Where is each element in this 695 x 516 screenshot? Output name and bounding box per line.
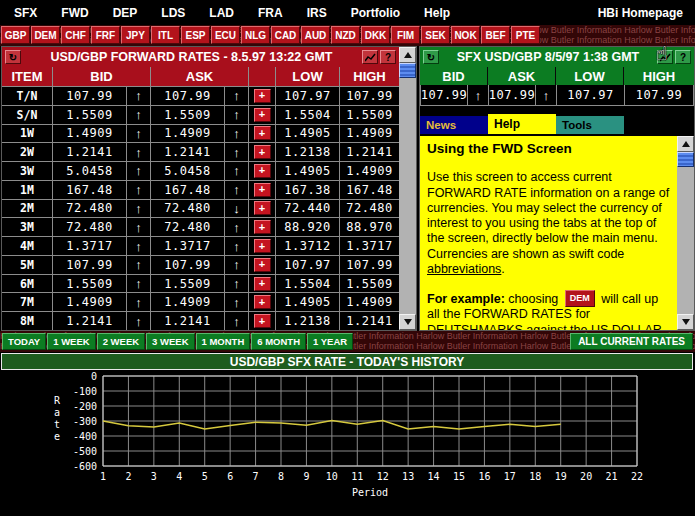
currency-tab-fim[interactable]: FIM [391, 26, 420, 44]
ask-value: 107.99 [151, 256, 224, 274]
menu-item-portfolio[interactable]: Portfolio [351, 6, 400, 20]
tab-tools[interactable]: Tools [556, 116, 624, 134]
sfx-bid-value: 107.99 [421, 85, 467, 105]
expand-plus-button[interactable]: + [254, 258, 271, 272]
trend-up-icon: ↑ [127, 256, 150, 274]
col-low: LOW [276, 67, 339, 86]
menu-item-sfx[interactable]: SFX [14, 6, 37, 20]
menu-item-lds[interactable]: LDS [161, 6, 185, 20]
scroll-up-icon[interactable] [677, 136, 694, 152]
expand-plus-button[interactable]: + [254, 126, 271, 140]
currency-tab-bef[interactable]: BEF [481, 26, 510, 44]
expand-plus-button[interactable]: + [254, 89, 271, 103]
help-paragraph-2: For example: choosing DEM will call up a… [427, 290, 670, 330]
menu-item-lad[interactable]: LAD [209, 6, 234, 20]
expand-plus-button[interactable]: + [254, 108, 271, 122]
help-heading: Using the FWD Screen [427, 141, 670, 157]
currency-tab-pte[interactable]: PTE [511, 26, 540, 44]
scroll-down-icon[interactable] [677, 314, 694, 330]
svg-text:10: 10 [326, 471, 338, 482]
menu-item-fwd[interactable]: FWD [61, 6, 88, 20]
expand-plus-button[interactable]: + [254, 277, 271, 291]
col-item: ITEM [2, 67, 52, 86]
expand-plus-button[interactable]: + [254, 314, 271, 328]
tab-help[interactable]: Help [488, 114, 556, 134]
help-content: Using the FWD Screen Use this screen to … [420, 136, 677, 330]
svg-text:22: 22 [631, 471, 643, 482]
currency-tab-aud[interactable]: AUD [301, 26, 330, 44]
abbreviations-link[interactable]: abbreviations [427, 262, 501, 276]
period-button-1-month[interactable]: 1 MONTH [196, 333, 251, 350]
period-button-1-week[interactable]: 1 WEEK [47, 333, 95, 350]
menu-item-fra[interactable]: FRA [258, 6, 283, 20]
trend-up-icon: ↑ [225, 143, 248, 161]
forward-table-body: T/N107.99↑107.99↑+107.97107.99S/N1.5509↑… [2, 87, 399, 330]
currency-tab-esp[interactable]: ESP [181, 26, 210, 44]
hbi-homepage-link[interactable]: HBi Homepage [598, 6, 695, 20]
svg-text:2: 2 [125, 471, 131, 482]
expand-plus-button[interactable]: + [254, 164, 271, 178]
row-item-label: 6M [2, 275, 52, 293]
currency-tab-sek[interactable]: SEK [421, 26, 450, 44]
scrollbar-track[interactable] [677, 167, 694, 314]
ask-value: 1.2141 [151, 143, 224, 161]
chart-icon[interactable] [657, 50, 673, 64]
help-scrollbar[interactable] [677, 136, 694, 330]
svg-text:Period: Period [352, 487, 388, 498]
scrollbar-track[interactable] [399, 78, 416, 314]
svg-text:5: 5 [202, 471, 208, 482]
col-bid: BID [420, 67, 487, 85]
menu-item-help[interactable]: Help [424, 6, 450, 20]
currency-tab-nzd[interactable]: NZD [331, 26, 360, 44]
forward-panel-scrollbar[interactable] [399, 47, 416, 330]
currency-tab-dem[interactable]: DEM [31, 26, 60, 44]
trend-up-icon: ↑ [225, 162, 248, 180]
period-button-6-month[interactable]: 6 MONTH [251, 333, 306, 350]
all-current-rates-button[interactable]: ALL CURRENT RATES [570, 333, 693, 350]
refresh-icon[interactable]: ↻ [423, 50, 439, 64]
menu-item-dep[interactable]: DEP [113, 6, 138, 20]
chart-icon[interactable] [362, 50, 378, 64]
currency-tab-itl[interactable]: ITL [151, 26, 180, 44]
expand-plus-button[interactable]: + [254, 201, 271, 215]
scroll-down-icon[interactable] [399, 314, 416, 330]
expand-plus-button[interactable]: + [254, 239, 271, 253]
trend-up-icon: ↑ [127, 275, 150, 293]
currency-tab-frf[interactable]: FRF [91, 26, 120, 44]
plus-cell: + [249, 106, 275, 124]
currency-tab-dkk[interactable]: DKK [361, 26, 390, 44]
currency-tab-ecu[interactable]: ECU [211, 26, 240, 44]
expand-plus-button[interactable]: + [254, 295, 271, 309]
period-button-today[interactable]: TODAY [2, 333, 46, 350]
help-icon[interactable]: ? [675, 50, 691, 64]
scroll-up-icon[interactable] [399, 47, 416, 63]
period-button-1-year[interactable]: 1 YEAR [307, 333, 353, 350]
expand-plus-button[interactable]: + [254, 145, 271, 159]
menu-item-irs[interactable]: IRS [307, 6, 327, 20]
currency-tab-jpy[interactable]: JPY [121, 26, 150, 44]
col-ask: ASK [151, 67, 248, 86]
plus-cell: + [249, 181, 275, 199]
help-icon[interactable]: ? [380, 50, 396, 64]
ask-value: 1.4909 [151, 125, 224, 143]
trend-up-icon: ↑ [127, 87, 150, 105]
scrollbar-thumb[interactable] [677, 152, 694, 167]
sfx-panel-title: SFX USD/GBP 8/5/97 1:38 GMT [440, 50, 656, 64]
plus-cell: + [249, 256, 275, 274]
trend-down-icon: ↓ [225, 200, 248, 218]
period-button-3-week[interactable]: 3 WEEK [146, 333, 194, 350]
currency-tab-nok[interactable]: NOK [451, 26, 480, 44]
tab-news[interactable]: News [420, 116, 488, 134]
chart-canvas: 0-100-200-300-400-500-600123456789101112… [0, 372, 695, 516]
period-button-2-week[interactable]: 2 WEEK [97, 333, 145, 350]
scrollbar-thumb[interactable] [399, 63, 416, 78]
expand-plus-button[interactable]: + [254, 183, 271, 197]
high-value: 1.4909 [340, 125, 399, 143]
dem-chip-button[interactable]: DEM [565, 290, 595, 307]
currency-tab-nlg[interactable]: NLG [241, 26, 270, 44]
currency-tab-cad[interactable]: CAD [271, 26, 300, 44]
currency-tab-gbp[interactable]: GBP [1, 26, 30, 44]
refresh-icon[interactable]: ↻ [5, 50, 21, 64]
currency-tab-chf[interactable]: CHF [61, 26, 90, 44]
expand-plus-button[interactable]: + [254, 220, 271, 234]
